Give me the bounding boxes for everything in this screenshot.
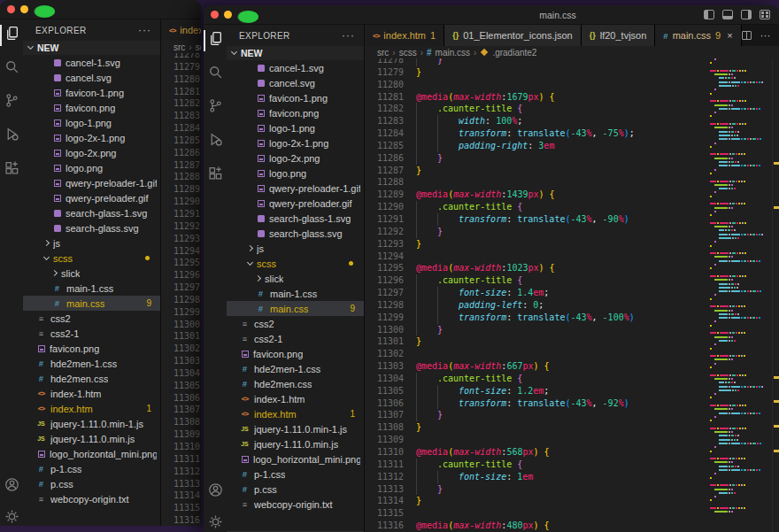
file-item-index-1.htm[interactable]: <>index-1.htm — [227, 391, 364, 406]
search-icon[interactable] — [4, 59, 19, 74]
file-item-hde2men-1.css[interactable]: #hde2men-1.css — [227, 361, 364, 376]
code-line[interactable]: 11290.caunter-title { — [161, 196, 201, 208]
file-item-p-1.css[interactable]: #p-1.css — [23, 461, 160, 476]
close-window-icon[interactable] — [7, 5, 15, 13]
code-line[interactable]: 11291transform: translate(-43%, -90%) — [365, 213, 710, 226]
code-line[interactable]: 11313} — [365, 483, 710, 496]
code-line[interactable]: 11282.caunter-title { — [161, 97, 201, 110]
minimize-window-icon[interactable] — [20, 5, 28, 13]
code-line[interactable]: 11302 — [365, 348, 710, 360]
tab-lf20_tvjson[interactable]: {}lf20_tvjson — [582, 25, 656, 46]
code-line[interactable]: 11310@media(max-width:568px) { — [161, 441, 201, 453]
file-item-webcopy-origin.txt[interactable]: ≡webcopy-origin.txt — [227, 497, 364, 512]
file-item-hde2men-1.css[interactable]: #hde2men-1.css — [23, 356, 160, 371]
code-line[interactable]: 11285padding-right: 3em — [161, 135, 201, 147]
source-control-icon[interactable] — [4, 93, 19, 108]
file-item-search-glass-1.svg[interactable]: search-glass-1.svg — [23, 205, 160, 220]
code-line[interactable]: 11304.caunter-title { — [161, 367, 201, 380]
toggle-secondary-sidebar-icon[interactable] — [741, 10, 752, 19]
code-editor[interactable]: 11278}11279}1128011281@media(max-width:1… — [365, 58, 779, 532]
title-bar[interactable]: main.css — [204, 5, 779, 25]
file-item-qwery-preloader-1.gif[interactable]: qwery-preloader-1.gif — [227, 181, 364, 196]
file-item-webcopy-origin.txt[interactable]: ≡webcopy-origin.txt — [23, 491, 160, 506]
code-line[interactable]: 11286} — [365, 152, 710, 165]
run-debug-icon[interactable] — [208, 132, 223, 147]
code-line[interactable]: 11279} — [365, 66, 710, 79]
code-line[interactable]: 11291transform: translate(-43%, -90%) — [161, 208, 201, 220]
tab-index.htm[interactable]: <>index.htm1 — [161, 19, 201, 41]
breadcrumb-item-scss[interactable]: scss — [399, 48, 417, 58]
code-line[interactable]: 11300} — [365, 324, 710, 336]
file-item-p-1.css[interactable]: #p-1.css — [227, 466, 364, 482]
code-line[interactable]: 11299transform: translate(-43%, -100%) — [365, 312, 710, 324]
split-editor-icon[interactable] — [742, 31, 752, 40]
code-line[interactable]: 11306transform: translate(-43%, -92%) — [161, 392, 201, 405]
file-item-slick[interactable]: slick — [227, 271, 364, 286]
code-line[interactable]: 11314} — [161, 490, 201, 502]
code-line[interactable]: 11294 — [161, 245, 201, 258]
file-item-css2[interactable]: ≡css2 — [227, 316, 364, 331]
root-folder-row[interactable]: NEW — [227, 46, 364, 60]
code-line[interactable]: 11281@media(max-width:1679px) { — [365, 91, 710, 104]
file-item-cancel.svg[interactable]: cancel.svg — [227, 75, 364, 90]
code-line[interactable]: 11304.caunter-title { — [365, 373, 710, 385]
code-line[interactable]: 11299transform: translate(-43%, -100%) — [161, 306, 201, 319]
search-icon[interactable] — [208, 65, 223, 80]
code-line[interactable]: 11292} — [365, 226, 710, 238]
code-line[interactable]: 11297font-size: 1.4em; — [365, 287, 710, 299]
file-item-scss[interactable]: scss — [227, 256, 364, 271]
file-item-index.htm[interactable]: <>index.htm1 — [227, 406, 364, 421]
code-line[interactable]: 11287} — [365, 165, 710, 177]
breadcrumb-item-src[interactable]: src — [174, 42, 185, 52]
code-line[interactable]: 11316@media(max-width:480px) { — [365, 520, 710, 532]
code-line[interactable]: 11307} — [161, 404, 201, 416]
code-line[interactable]: 11294 — [365, 251, 710, 263]
file-item-favicon.png[interactable]: favicon.png — [23, 341, 160, 356]
file-item-css2[interactable]: ≡css2 — [23, 311, 160, 326]
code-line[interactable]: 11315 — [161, 502, 201, 514]
code-line[interactable]: 11302 — [161, 343, 201, 355]
file-item-css2-1[interactable]: ≡css2-1 — [23, 326, 160, 341]
more-actions-icon[interactable]: ··· — [760, 29, 771, 42]
code-line[interactable]: 11288 — [365, 176, 710, 189]
extensions-icon[interactable] — [208, 166, 223, 181]
code-line[interactable]: 11313} — [161, 478, 201, 490]
file-item-jquery-1.11.0.min.js[interactable]: JSjquery-1.11.0.min.js — [23, 431, 160, 446]
explorer-more-icon[interactable]: ··· — [138, 24, 151, 36]
code-line[interactable]: 11284transform: translate(-43%, -75%); — [365, 127, 710, 140]
file-item-cancel-1.svg[interactable]: cancel-1.svg — [227, 60, 364, 75]
file-item-logo-1.png[interactable]: logo-1.png — [227, 120, 364, 135]
code-line[interactable]: 11309 — [365, 434, 710, 446]
extensions-icon[interactable] — [4, 160, 19, 175]
zoom-window-icon[interactable] — [237, 11, 258, 23]
code-line[interactable]: 11301} — [365, 335, 710, 348]
code-line[interactable]: 11288 — [161, 171, 201, 183]
code-line[interactable]: 11305font-size: 1.2em; — [161, 380, 201, 392]
code-line[interactable]: 11316@media(max-width:480px) { — [161, 514, 201, 526]
file-item-logo_horizontal_mini.png[interactable]: logo_horizontal_mini.png — [227, 451, 364, 466]
minimize-window-icon[interactable] — [224, 11, 232, 19]
code-line[interactable]: 11292} — [161, 220, 201, 233]
code-line[interactable]: 11314} — [365, 495, 710, 507]
code-line[interactable]: 11309 — [161, 428, 201, 441]
code-line[interactable]: 11289@media(max-width:1439px) { — [365, 189, 710, 201]
file-item-logo_horizontal_mini.png[interactable]: logo_horizontal_mini.png — [23, 446, 160, 461]
file-item-scss[interactable]: scss — [23, 251, 160, 266]
explorer-more-icon[interactable]: ··· — [342, 29, 355, 42]
zoom-window-icon[interactable] — [34, 5, 55, 18]
breadcrumb-item-file[interactable]: main.css — [436, 48, 470, 58]
file-item-favicon.png[interactable]: favicon.png — [227, 105, 364, 120]
file-item-css2-1[interactable]: ≡css2-1 — [227, 331, 364, 346]
file-item-logo-1.png[interactable]: logo-1.png — [23, 115, 160, 130]
file-item-logo.png[interactable]: logo.png — [23, 160, 160, 175]
account-icon[interactable] — [4, 477, 19, 492]
code-line[interactable]: 11283width: 100%; — [365, 115, 710, 127]
toggle-panel-icon[interactable] — [722, 10, 733, 19]
breadcrumb-item-symbol[interactable]: .gradiante2 — [492, 48, 536, 58]
code-line[interactable]: 11289@media(max-width:1439px) { — [161, 183, 201, 196]
file-item-logo-2x-1.png[interactable]: logo-2x-1.png — [23, 130, 160, 145]
file-item-cancel-1.svg[interactable]: cancel-1.svg — [23, 55, 160, 70]
code-line[interactable]: 11315 — [365, 507, 710, 520]
settings-icon[interactable] — [4, 509, 19, 524]
code-line[interactable]: 11312font-size: 1em — [365, 471, 710, 483]
